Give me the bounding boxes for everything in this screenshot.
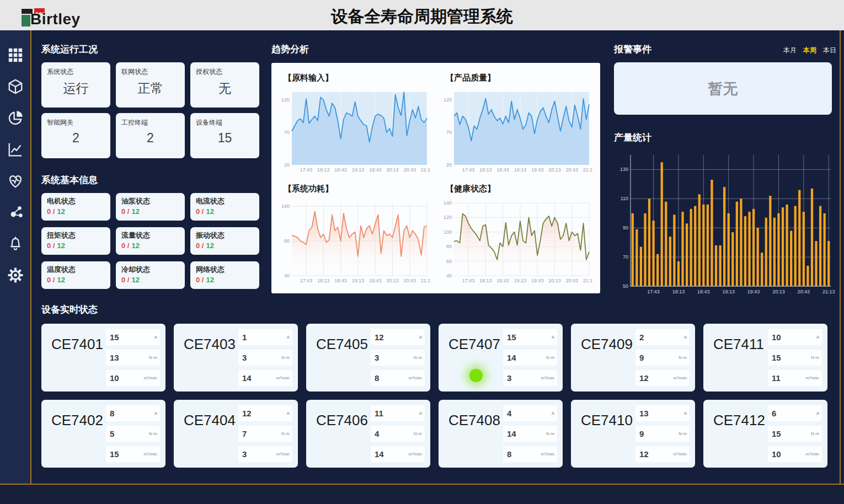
svg-text:19:43: 19:43	[369, 278, 382, 283]
svg-text:19:13: 19:13	[352, 167, 365, 173]
device-card[interactable]: CE7406 11 A 4 N·m 14 m³/min	[306, 400, 430, 468]
device-value: 14	[242, 373, 252, 383]
device-value-row: 14 m³/min	[238, 370, 292, 386]
device-unit: m³/min	[144, 376, 157, 380]
device-card[interactable]: CE7411 10 A 15 N·m 11 m³/min	[703, 324, 827, 392]
sidebar-item-apps[interactable]	[6, 46, 25, 65]
alarm-tab-month[interactable]: 本月	[783, 46, 797, 55]
info-card: 电流状态 0 /12	[190, 193, 259, 221]
device-values: 10 A 15 N·m 11 m³/min	[768, 329, 822, 386]
status-card-value: 15	[196, 131, 254, 146]
device-value: 3	[242, 449, 247, 459]
status-card-value: 2	[47, 131, 105, 146]
sidebar-item-network[interactable]	[6, 203, 25, 222]
device-value-row: 4 A	[503, 405, 557, 421]
info-card-counts: 0 /12	[196, 276, 254, 284]
device-unit: N·m	[679, 431, 687, 436]
alarm-events-title: 报警事件	[614, 43, 651, 56]
svg-text:21:13: 21:13	[421, 278, 430, 283]
alarm-tab-day[interactable]: 本日	[823, 46, 836, 55]
info-card-total-count: 12	[131, 207, 139, 216]
device-card[interactable]: CE7410 13 A 9 N·m 12 m³/min	[571, 400, 695, 468]
info-card-label: 电流状态	[196, 196, 254, 206]
device-unit: N·m	[414, 355, 422, 360]
device-card[interactable]: CE7401 15 A 13 N·m 10 m³/min	[41, 324, 165, 392]
sidebar-item-statistics[interactable]	[6, 109, 25, 127]
device-unit: m³/min	[674, 452, 687, 457]
sidebar-item-trends[interactable]	[6, 140, 25, 159]
device-value-row: 15 N·m	[768, 426, 822, 442]
device-card[interactable]: CE7402 8 A 5 N·m 15 m³/min	[41, 400, 165, 468]
device-card[interactable]: CE7403 1 A 3 N·m 14 m³/min	[174, 324, 298, 392]
device-card[interactable]: CE7407 15 A 14 N·m 3 m³/min	[439, 324, 563, 392]
device-unit: N·m	[679, 355, 687, 360]
trend-chart: 【系统功耗】 17:4318:1318:4319:1319:4320:1320:…	[274, 178, 436, 289]
device-unit: A	[287, 411, 290, 416]
gear-icon	[7, 267, 24, 283]
trend-chart-plot: 17:4318:1318:4319:1319:4320:1320:4321:13…	[277, 197, 432, 287]
device-value: 3	[375, 353, 379, 362]
device-value: 12	[639, 373, 649, 383]
device-unit: N·m	[811, 431, 819, 436]
svg-text:21:13: 21:13	[421, 167, 430, 173]
device-value-row: 13 N·m	[106, 350, 160, 366]
production-bar-chart: 13011090705017:4318:1318:4319:1319:4320:…	[614, 148, 836, 298]
device-card[interactable]: CE7408 4 A 14 N·m 8 m³/min	[439, 400, 563, 468]
svg-text:20: 20	[446, 162, 452, 168]
status-card-label: 联网状态	[121, 67, 179, 77]
info-card-label: 冷却状态	[121, 265, 179, 275]
device-value: 9	[639, 353, 644, 362]
line-chart-icon	[7, 141, 24, 158]
trend-chart: 【原料输入】 17:4318:1318:4319:1319:4320:1320:…	[274, 67, 436, 178]
health-pulse-icon	[7, 173, 24, 189]
device-value-row: 14 m³/min	[371, 446, 425, 462]
gold-divider-left	[30, 30, 31, 484]
device-values: 2 A 9 N·m 12 m³/min	[635, 329, 690, 386]
info-card-counts: 0 /12	[47, 207, 105, 216]
device-value: 13	[110, 353, 119, 362]
device-card[interactable]: CE7409 2 A 9 N·m 12 m³/min	[571, 324, 695, 392]
device-card[interactable]: CE7405 12 A 3 N·m 8 m³/min	[306, 324, 430, 392]
device-unit: A	[816, 411, 819, 416]
svg-text:70: 70	[446, 130, 452, 135]
status-card-value: 2	[121, 131, 179, 146]
svg-text:60: 60	[446, 259, 452, 264]
device-name: CE7404	[184, 412, 236, 429]
device-value: 14	[507, 353, 516, 362]
alarm-tab-week[interactable]: 本周	[803, 46, 816, 55]
device-value: 6	[772, 409, 776, 418]
trend-chart-plot: 17:4318:1318:4319:1319:4320:1320:4321:13…	[439, 87, 595, 176]
device-value: 10	[772, 449, 781, 459]
info-card-label: 流量状态	[121, 230, 179, 240]
system-status-panel: 系统运行工况 系统状态 运行 联网状态 正常 授权状态 无 智能网关 2 工控终…	[41, 43, 260, 289]
info-card: 流量状态 0 /12	[116, 227, 185, 255]
device-value-row: 4 N·m	[371, 426, 425, 442]
svg-text:19:13: 19:13	[722, 289, 735, 294]
sidebar-item-assets[interactable]	[6, 77, 25, 96]
device-values: 11 A 4 N·m 14 m³/min	[371, 405, 425, 462]
device-card[interactable]: CE7404 12 A 7 N·m 3 m³/min	[174, 400, 298, 468]
device-value-row: 1 A	[238, 329, 292, 345]
status-card: 联网状态 正常	[116, 62, 185, 108]
device-value: 9	[639, 429, 644, 438]
device-card[interactable]: CE7412 6 A 15 N·m 10 m³/min	[703, 400, 827, 468]
device-values: 8 A 5 N·m 15 m³/min	[106, 405, 160, 462]
svg-text:130: 130	[620, 167, 628, 172]
sidebar-item-alarms[interactable]	[6, 234, 25, 253]
svg-text:17:43: 17:43	[462, 167, 475, 173]
device-value-row: 3 N·m	[371, 350, 425, 366]
sidebar-item-settings[interactable]	[6, 266, 25, 285]
device-value: 15	[110, 333, 119, 342]
device-values: 4 A 14 N·m 8 m³/min	[503, 405, 557, 462]
device-unit: m³/min	[409, 452, 422, 457]
svg-text:140: 140	[444, 200, 452, 206]
device-unit: m³/min	[674, 376, 687, 380]
cursor-indicator	[469, 369, 483, 382]
info-card-counts: 0 /12	[47, 276, 105, 284]
sidebar-item-health[interactable]	[6, 171, 25, 190]
page-title: 设备全寿命周期管理系统	[0, 6, 844, 28]
info-card-alarm-count: 0 /	[121, 276, 129, 284]
device-grid: CE7401 15 A 13 N·m 10 m³/min CE7403 1 A …	[41, 324, 836, 468]
device-values: 12 A 3 N·m 8 m³/min	[371, 329, 425, 386]
device-value: 13	[639, 409, 649, 418]
